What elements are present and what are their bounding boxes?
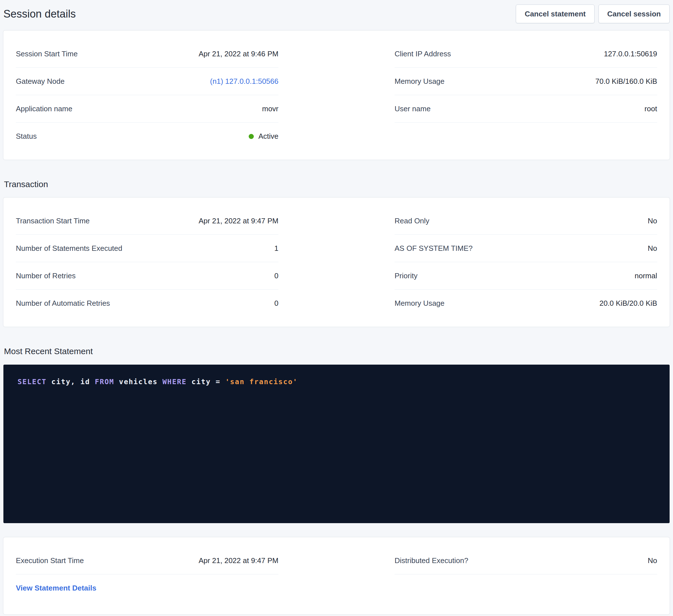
- status-active-dot-icon: [249, 134, 254, 139]
- transaction-card: Transaction Start Time Apr 21, 2022 at 9…: [3, 198, 670, 327]
- table-row: Status Active: [16, 122, 278, 150]
- session-start-time-value: Apr 21, 2022 at 9:46 PM: [199, 49, 278, 58]
- table-row: Priority normal: [395, 262, 657, 290]
- execution-card-right-column: Distributed Execution? No: [395, 547, 657, 574]
- table-row: Number of Statements Executed 1: [16, 235, 278, 262]
- user-name-value: root: [644, 104, 657, 113]
- row-label: Transaction Start Time: [16, 217, 90, 225]
- row-label: User name: [395, 104, 431, 113]
- application-name-value: movr: [262, 104, 278, 113]
- sql-keyword: WHERE: [163, 378, 187, 386]
- execution-card-left-column: Execution Start Time Apr 21, 2022 at 9:4…: [16, 547, 278, 602]
- client-ip-value: 127.0.0.1:50619: [604, 49, 657, 58]
- row-label: Read Only: [395, 217, 429, 225]
- table-row: Memory Usage 20.0 KiB/20.0 KiB: [395, 290, 657, 317]
- row-label: Number of Retries: [16, 272, 76, 280]
- row-label: Client IP Address: [395, 49, 451, 58]
- transaction-card-left-column: Transaction Start Time Apr 21, 2022 at 9…: [16, 207, 278, 317]
- status-badge: Active: [249, 132, 278, 141]
- sql-plain: city =: [187, 378, 225, 386]
- sql-keyword: FROM: [95, 378, 114, 386]
- page-header: Session details Cancel statement Cancel …: [3, 5, 670, 23]
- view-statement-details-link[interactable]: View Statement Details: [16, 584, 96, 593]
- as-of-system-time-value: No: [648, 244, 657, 253]
- most-recent-statement-heading: Most Recent Statement: [4, 346, 670, 356]
- page-title: Session details: [3, 8, 76, 20]
- row-label: Session Start Time: [16, 49, 77, 58]
- table-row: Memory Usage 70.0 KiB/160.0 KiB: [395, 68, 657, 95]
- table-row: Transaction Start Time Apr 21, 2022 at 9…: [16, 207, 278, 235]
- table-row: Session Start Time Apr 21, 2022 at 9:46 …: [16, 40, 278, 68]
- gateway-node-link[interactable]: (n1) 127.0.0.1:50566: [210, 77, 278, 86]
- row-label: Number of Statements Executed: [16, 244, 123, 253]
- distributed-execution-value: No: [648, 556, 657, 565]
- sql-keyword: SELECT: [18, 378, 46, 386]
- table-row: Execution Start Time Apr 21, 2022 at 9:4…: [16, 547, 278, 574]
- read-only-value: No: [648, 217, 657, 225]
- table-row: User name root: [395, 95, 657, 122]
- row-label: AS OF SYSTEM TIME?: [395, 244, 472, 253]
- automatic-retries-value: 0: [274, 299, 278, 308]
- retries-value: 0: [274, 272, 278, 280]
- row-label: Application name: [16, 104, 72, 113]
- execution-start-time-value: Apr 21, 2022 at 9:47 PM: [199, 556, 278, 565]
- row-label: Execution Start Time: [16, 556, 84, 565]
- header-actions: Cancel statement Cancel session: [516, 5, 670, 23]
- row-label: Distributed Execution?: [395, 556, 468, 565]
- row-label: Memory Usage: [395, 77, 444, 86]
- sql-statement-text: SELECT city, id FROM vehicles WHERE city…: [18, 378, 655, 386]
- priority-value: normal: [635, 272, 657, 280]
- row-label: Number of Automatic Retries: [16, 299, 110, 308]
- transaction-card-right-column: Read Only No AS OF SYSTEM TIME? No Prior…: [395, 207, 657, 317]
- transaction-section-heading: Transaction: [4, 180, 670, 189]
- sql-plain: vehicles: [114, 378, 163, 386]
- session-details-page: Session details Cancel statement Cancel …: [0, 0, 673, 614]
- cancel-session-button[interactable]: Cancel session: [599, 5, 670, 23]
- row-label: Memory Usage: [395, 299, 444, 308]
- statements-executed-value: 1: [274, 244, 278, 253]
- table-row: AS OF SYSTEM TIME? No: [395, 235, 657, 262]
- table-row: Number of Automatic Retries 0: [16, 290, 278, 317]
- table-row: Gateway Node (n1) 127.0.0.1:50566: [16, 68, 278, 95]
- execution-card: Execution Start Time Apr 21, 2022 at 9:4…: [3, 537, 670, 614]
- transaction-memory-usage-value: 20.0 KiB/20.0 KiB: [599, 299, 657, 308]
- sql-statement-box: SELECT city, id FROM vehicles WHERE city…: [3, 365, 670, 523]
- row-label: Status: [16, 132, 37, 141]
- table-row: View Statement Details: [16, 574, 278, 602]
- row-label: Priority: [395, 272, 418, 280]
- session-summary-card: Session Start Time Apr 21, 2022 at 9:46 …: [3, 31, 670, 160]
- cancel-statement-button[interactable]: Cancel statement: [516, 5, 594, 23]
- table-row: Application name movr: [16, 95, 278, 122]
- table-row: Read Only No: [395, 207, 657, 235]
- sql-string-literal: 'san francisco': [225, 378, 298, 386]
- row-label: Gateway Node: [16, 77, 64, 86]
- sql-plain: city, id: [46, 378, 95, 386]
- table-row: Number of Retries 0: [16, 262, 278, 290]
- table-row: Distributed Execution? No: [395, 547, 657, 574]
- memory-usage-value: 70.0 KiB/160.0 KiB: [596, 77, 657, 86]
- status-value: Active: [258, 132, 278, 141]
- session-card-right-column: Client IP Address 127.0.0.1:50619 Memory…: [395, 40, 657, 122]
- session-card-left-column: Session Start Time Apr 21, 2022 at 9:46 …: [16, 40, 278, 150]
- table-row: Client IP Address 127.0.0.1:50619: [395, 40, 657, 68]
- transaction-start-time-value: Apr 21, 2022 at 9:47 PM: [199, 217, 278, 225]
